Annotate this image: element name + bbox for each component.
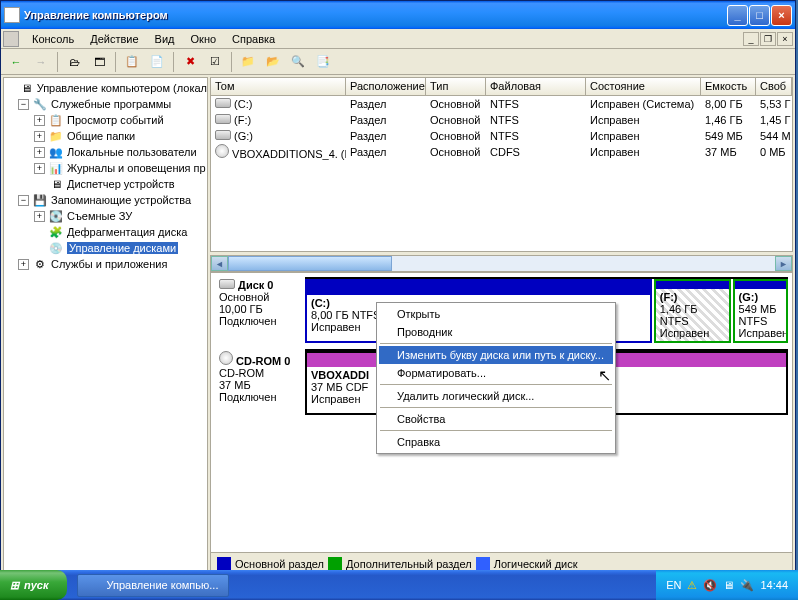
- up-button[interactable]: 🗁: [63, 51, 85, 73]
- expand-toggle[interactable]: +: [34, 211, 45, 222]
- mdi-restore[interactable]: ❐: [760, 32, 776, 46]
- volume-disk-icon: [215, 98, 231, 108]
- tree-eventvwr[interactable]: Просмотр событий: [67, 114, 164, 126]
- expand-toggle[interactable]: +: [34, 147, 45, 158]
- horizontal-scrollbar[interactable]: ◄ ►: [210, 255, 793, 272]
- tray-network-icon[interactable]: 🔇: [703, 579, 717, 592]
- expand-toggle[interactable]: +: [34, 163, 45, 174]
- toolbar: ← → 🗁 🗔 📋 📄 ✖ ☑ 📁 📂 🔍 📑: [1, 49, 795, 75]
- ctx-properties[interactable]: Свойства: [379, 410, 613, 428]
- menubar: Консоль Действие Вид Окно Справка _ ❐ ×: [1, 29, 795, 49]
- expand-toggle[interactable]: +: [18, 259, 29, 270]
- menu-view[interactable]: Вид: [148, 31, 182, 47]
- expand-toggle[interactable]: −: [18, 99, 29, 110]
- mdi-close[interactable]: ×: [777, 32, 793, 46]
- volume-row[interactable]: VBOXADDITIONS_4. (D:)РазделОсновнойCDFSИ…: [211, 144, 792, 160]
- refresh-button[interactable]: 📋: [121, 51, 143, 73]
- tray-icon[interactable]: 🔌: [740, 579, 754, 592]
- maximize-button[interactable]: □: [749, 5, 770, 26]
- tree-diskmgmt[interactable]: Управление дисками: [67, 242, 178, 254]
- disk-icon: 💿: [48, 240, 64, 256]
- minimize-button[interactable]: _: [727, 5, 748, 26]
- expand-toggle[interactable]: +: [34, 131, 45, 142]
- services-icon: ⚙: [32, 256, 48, 272]
- volume-list[interactable]: Том Расположение Тип Файловая система Со…: [210, 77, 793, 252]
- legend-swatch-ext: [328, 557, 342, 571]
- taskbar-item[interactable]: Управление компью...: [77, 574, 230, 597]
- legend-swatch-primary: [217, 557, 231, 571]
- tree-utilities[interactable]: Служебные программы: [51, 98, 171, 110]
- folder-button[interactable]: 📁: [237, 51, 259, 73]
- ctx-explorer[interactable]: Проводник: [379, 323, 613, 341]
- clock[interactable]: 14:44: [760, 579, 788, 591]
- titlebar[interactable]: Управление компьютером _ □ ×: [1, 1, 795, 29]
- tree-logs[interactable]: Журналы и оповещения пр: [67, 162, 206, 174]
- find-button[interactable]: 🔍: [287, 51, 309, 73]
- hdd-icon: [219, 279, 235, 289]
- folder2-button[interactable]: 📂: [262, 51, 284, 73]
- action-button[interactable]: ☑: [204, 51, 226, 73]
- tree-defrag[interactable]: Дефрагментация диска: [67, 226, 187, 238]
- tray-shield-icon[interactable]: ⚠: [687, 579, 697, 592]
- col-status[interactable]: Состояние: [586, 78, 701, 96]
- language-indicator[interactable]: EN: [666, 579, 681, 591]
- list-button[interactable]: 📑: [312, 51, 334, 73]
- cd-icon: [219, 351, 233, 365]
- ctx-delete[interactable]: Удалить логический диск...: [379, 387, 613, 405]
- export-button[interactable]: 📄: [146, 51, 168, 73]
- tree-view[interactable]: 🖥Управление компьютером (локал −🔧Служебн…: [3, 77, 208, 575]
- tree-storage[interactable]: Запоминающие устройства: [51, 194, 191, 206]
- expand-toggle[interactable]: −: [18, 195, 29, 206]
- context-menu[interactable]: Открыть Проводник Изменить букву диска и…: [376, 302, 616, 454]
- col-volume[interactable]: Том: [211, 78, 346, 96]
- col-type[interactable]: Тип: [426, 78, 486, 96]
- perf-icon: 📊: [48, 160, 64, 176]
- scroll-right[interactable]: ►: [775, 256, 792, 271]
- col-layout[interactable]: Расположение: [346, 78, 426, 96]
- col-fs[interactable]: Файловая система: [486, 78, 586, 96]
- forward-button[interactable]: →: [30, 51, 52, 73]
- storage-icon: 💾: [32, 192, 48, 208]
- window-title: Управление компьютером: [24, 9, 168, 21]
- scroll-left[interactable]: ◄: [211, 256, 228, 271]
- properties-button[interactable]: 🗔: [88, 51, 110, 73]
- menu-action[interactable]: Действие: [83, 31, 145, 47]
- volume-row[interactable]: (G:)РазделОсновнойNTFSИсправен549 МБ544 …: [211, 128, 792, 144]
- menu-help[interactable]: Справка: [225, 31, 282, 47]
- tray-volume-icon[interactable]: 🖥: [723, 579, 734, 591]
- partition-g[interactable]: (G:)549 МБ NTFSИсправен: [733, 279, 788, 343]
- start-button[interactable]: ⊞пуск: [0, 570, 67, 600]
- back-button[interactable]: ←: [5, 51, 27, 73]
- scroll-thumb[interactable]: [228, 256, 392, 271]
- menu-window[interactable]: Окно: [184, 31, 224, 47]
- tree-root[interactable]: Управление компьютером (локал: [37, 82, 207, 94]
- tree-users[interactable]: Локальные пользователи: [67, 146, 197, 158]
- ctx-change-letter[interactable]: Изменить букву диска или путь к диску...: [379, 346, 613, 364]
- ctx-help[interactable]: Справка: [379, 433, 613, 451]
- ctx-format[interactable]: Форматировать...: [379, 364, 613, 382]
- menu-console[interactable]: Консоль: [25, 31, 81, 47]
- settings-button[interactable]: ✖: [179, 51, 201, 73]
- share-icon: 📁: [48, 128, 64, 144]
- mdi-minimize[interactable]: _: [743, 32, 759, 46]
- tree-removable[interactable]: Съемные ЗУ: [67, 210, 132, 222]
- disk-header[interactable]: Диск 0 Основной 10,00 ГБ Подключен: [215, 277, 305, 343]
- volume-row[interactable]: (C:)РазделОсновнойNTFSИсправен (Система)…: [211, 96, 792, 112]
- tree-devmgr[interactable]: Диспетчер устройств: [67, 178, 175, 190]
- col-free[interactable]: Своб: [756, 78, 792, 96]
- system-tray[interactable]: EN ⚠ 🔇 🖥 🔌 14:44: [656, 570, 798, 600]
- close-button[interactable]: ×: [771, 5, 792, 26]
- removable-icon: 💽: [48, 208, 64, 224]
- col-capacity[interactable]: Емкость: [701, 78, 756, 96]
- device-icon: 🖥: [48, 176, 64, 192]
- volume-row[interactable]: (F:)РазделОсновнойNTFSИсправен1,46 ГБ1,4…: [211, 112, 792, 128]
- app-icon: [4, 7, 20, 23]
- ctx-open[interactable]: Открыть: [379, 305, 613, 323]
- expand-toggle[interactable]: +: [34, 115, 45, 126]
- taskbar[interactable]: ⊞пуск Управление компью... EN ⚠ 🔇 🖥 🔌 14…: [0, 570, 798, 600]
- tree-shared[interactable]: Общие папки: [67, 130, 135, 142]
- cdrom-header[interactable]: CD-ROM 0 CD-ROM 37 МБ Подключен: [215, 349, 305, 415]
- tree-services[interactable]: Службы и приложения: [51, 258, 167, 270]
- tools-icon: 🔧: [32, 96, 48, 112]
- partition-f[interactable]: (F:)1,46 ГБ NTFSИсправен: [654, 279, 731, 343]
